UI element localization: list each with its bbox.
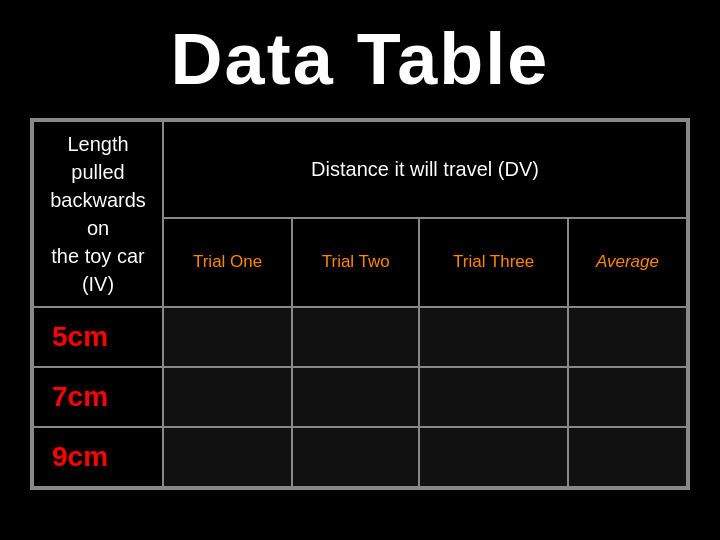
row2-trial1 (163, 367, 292, 427)
row3-average (568, 427, 687, 487)
iv-header: Length pulled backwards on the toy car (… (33, 121, 163, 307)
row2-average (568, 367, 687, 427)
col-trial1-header: Trial One (163, 218, 292, 307)
row1-trial2 (292, 307, 419, 367)
row1-trial1 (163, 307, 292, 367)
table-row: 7cm (33, 367, 687, 427)
row3-trial2 (292, 427, 419, 487)
dv-header: Distance it will travel (DV) (163, 121, 687, 218)
col-trial3-header: Trial Three (419, 218, 568, 307)
row1-trial3 (419, 307, 568, 367)
table-row: 5cm (33, 307, 687, 367)
data-table: Length pulled backwards on the toy car (… (30, 118, 690, 490)
row3-trial1 (163, 427, 292, 487)
row1-label: 5cm (33, 307, 163, 367)
col-trial2-header: Trial Two (292, 218, 419, 307)
table-row: 9cm (33, 427, 687, 487)
row1-average (568, 307, 687, 367)
row3-trial3 (419, 427, 568, 487)
row3-label: 9cm (33, 427, 163, 487)
row2-trial3 (419, 367, 568, 427)
row2-trial2 (292, 367, 419, 427)
col-average-header: Average (568, 218, 687, 307)
row2-label: 7cm (33, 367, 163, 427)
page-title: Data Table (171, 18, 550, 100)
